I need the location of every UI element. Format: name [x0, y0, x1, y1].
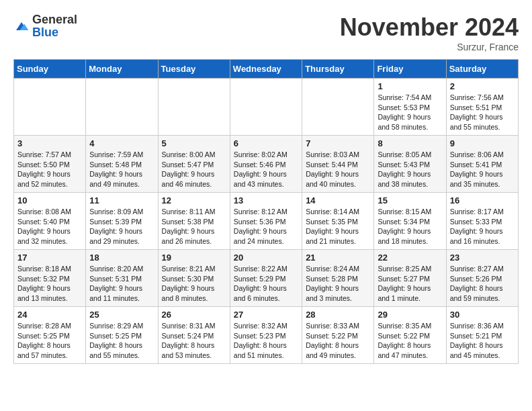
day-header-thursday: Thursday: [302, 60, 374, 79]
title-area: November 2024 Surzur, France: [340, 13, 519, 52]
day-number: 21: [306, 253, 370, 263]
day-info: Sunrise: 8:06 AM Sunset: 5:41 PM Dayligh…: [450, 150, 515, 189]
day-number: 20: [234, 253, 298, 263]
day-header-sunday: Sunday: [14, 60, 86, 79]
calendar-cell: [14, 79, 86, 136]
day-number: 3: [17, 138, 82, 148]
calendar-cell: 16Sunrise: 8:17 AM Sunset: 5:33 PM Dayli…: [446, 193, 518, 250]
logo: General Blue: [13, 13, 77, 39]
calendar-cell: 12Sunrise: 8:11 AM Sunset: 5:38 PM Dayli…: [158, 193, 230, 250]
calendar-cell: 23Sunrise: 8:27 AM Sunset: 5:26 PM Dayli…: [446, 250, 518, 307]
day-info: Sunrise: 8:35 AM Sunset: 5:22 PM Dayligh…: [378, 321, 442, 361]
calendar-cell: 28Sunrise: 8:33 AM Sunset: 5:22 PM Dayli…: [302, 307, 374, 364]
day-number: 23: [450, 253, 515, 263]
calendar-cell: 22Sunrise: 8:25 AM Sunset: 5:27 PM Dayli…: [374, 250, 446, 307]
subtitle: Surzur, France: [340, 42, 519, 52]
calendar-cell: 20Sunrise: 8:22 AM Sunset: 5:29 PM Dayli…: [230, 250, 302, 307]
day-number: 13: [234, 195, 298, 205]
day-info: Sunrise: 8:05 AM Sunset: 5:43 PM Dayligh…: [378, 150, 442, 189]
day-info: Sunrise: 8:32 AM Sunset: 5:23 PM Dayligh…: [234, 321, 298, 361]
logo-text: General Blue: [32, 13, 77, 39]
day-number: 26: [162, 310, 226, 320]
day-info: Sunrise: 7:59 AM Sunset: 5:48 PM Dayligh…: [89, 150, 154, 189]
day-number: 16: [450, 195, 515, 205]
day-info: Sunrise: 8:14 AM Sunset: 5:35 PM Dayligh…: [306, 207, 370, 246]
calendar-cell: [158, 79, 230, 136]
day-info: Sunrise: 8:15 AM Sunset: 5:34 PM Dayligh…: [378, 207, 442, 246]
day-header-friday: Friday: [374, 60, 446, 79]
day-info: Sunrise: 8:00 AM Sunset: 5:47 PM Dayligh…: [162, 150, 226, 189]
day-number: 11: [89, 195, 154, 205]
day-number: 2: [450, 81, 515, 91]
calendar-cell: 15Sunrise: 8:15 AM Sunset: 5:34 PM Dayli…: [374, 193, 446, 250]
calendar-cell: 1Sunrise: 7:54 AM Sunset: 5:53 PM Daylig…: [374, 79, 446, 136]
day-number: 25: [89, 310, 154, 320]
day-info: Sunrise: 7:56 AM Sunset: 5:51 PM Dayligh…: [450, 93, 515, 132]
day-info: Sunrise: 8:25 AM Sunset: 5:27 PM Dayligh…: [378, 264, 442, 304]
calendar-cell: 29Sunrise: 8:35 AM Sunset: 5:22 PM Dayli…: [374, 307, 446, 364]
day-info: Sunrise: 8:09 AM Sunset: 5:39 PM Dayligh…: [89, 207, 154, 246]
day-header-saturday: Saturday: [446, 60, 518, 79]
day-number: 30: [450, 310, 515, 320]
day-number: 6: [234, 138, 298, 148]
calendar-week-2: 3Sunrise: 7:57 AM Sunset: 5:50 PM Daylig…: [14, 136, 519, 193]
logo-blue: Blue: [32, 26, 58, 39]
calendar-cell: 27Sunrise: 8:32 AM Sunset: 5:23 PM Dayli…: [230, 307, 302, 364]
day-info: Sunrise: 8:08 AM Sunset: 5:40 PM Dayligh…: [17, 207, 82, 246]
calendar-week-3: 10Sunrise: 8:08 AM Sunset: 5:40 PM Dayli…: [14, 193, 519, 250]
logo-icon: [13, 19, 30, 33]
day-info: Sunrise: 8:11 AM Sunset: 5:38 PM Dayligh…: [162, 207, 226, 246]
day-number: 14: [306, 195, 370, 205]
header: General Blue November 2024 Surzur, Franc…: [13, 13, 519, 52]
day-info: Sunrise: 7:54 AM Sunset: 5:53 PM Dayligh…: [378, 93, 442, 132]
calendar-cell: 14Sunrise: 8:14 AM Sunset: 5:35 PM Dayli…: [302, 193, 374, 250]
day-info: Sunrise: 8:29 AM Sunset: 5:25 PM Dayligh…: [89, 321, 154, 361]
day-info: Sunrise: 8:02 AM Sunset: 5:46 PM Dayligh…: [234, 150, 298, 189]
calendar-cell: 7Sunrise: 8:03 AM Sunset: 5:44 PM Daylig…: [302, 136, 374, 193]
calendar-cell: 9Sunrise: 8:06 AM Sunset: 5:41 PM Daylig…: [446, 136, 518, 193]
day-number: 1: [378, 81, 442, 91]
calendar-cell: 3Sunrise: 7:57 AM Sunset: 5:50 PM Daylig…: [14, 136, 86, 193]
day-info: Sunrise: 8:36 AM Sunset: 5:21 PM Dayligh…: [450, 321, 515, 361]
calendar-cell: 25Sunrise: 8:29 AM Sunset: 5:25 PM Dayli…: [86, 307, 158, 364]
calendar-header-row: SundayMondayTuesdayWednesdayThursdayFrid…: [14, 60, 519, 79]
calendar-cell: 21Sunrise: 8:24 AM Sunset: 5:28 PM Dayli…: [302, 250, 374, 307]
day-info: Sunrise: 8:18 AM Sunset: 5:32 PM Dayligh…: [17, 264, 82, 304]
calendar-cell: 24Sunrise: 8:28 AM Sunset: 5:25 PM Dayli…: [14, 307, 86, 364]
day-number: 27: [234, 310, 298, 320]
calendar-cell: 10Sunrise: 8:08 AM Sunset: 5:40 PM Dayli…: [14, 193, 86, 250]
day-header-monday: Monday: [86, 60, 158, 79]
day-info: Sunrise: 8:20 AM Sunset: 5:31 PM Dayligh…: [89, 264, 154, 304]
calendar-table: SundayMondayTuesdayWednesdayThursdayFrid…: [13, 59, 519, 364]
day-info: Sunrise: 8:03 AM Sunset: 5:44 PM Dayligh…: [306, 150, 370, 189]
calendar-cell: 6Sunrise: 8:02 AM Sunset: 5:46 PM Daylig…: [230, 136, 302, 193]
day-info: Sunrise: 8:28 AM Sunset: 5:25 PM Dayligh…: [17, 321, 82, 361]
calendar-cell: 17Sunrise: 8:18 AM Sunset: 5:32 PM Dayli…: [14, 250, 86, 307]
day-info: Sunrise: 8:22 AM Sunset: 5:29 PM Dayligh…: [234, 264, 298, 304]
day-number: 18: [89, 253, 154, 263]
day-number: 29: [378, 310, 442, 320]
calendar-cell: 18Sunrise: 8:20 AM Sunset: 5:31 PM Dayli…: [86, 250, 158, 307]
calendar-cell: [230, 79, 302, 136]
calendar-cell: 5Sunrise: 8:00 AM Sunset: 5:47 PM Daylig…: [158, 136, 230, 193]
day-info: Sunrise: 8:27 AM Sunset: 5:26 PM Dayligh…: [450, 264, 515, 304]
calendar-cell: 2Sunrise: 7:56 AM Sunset: 5:51 PM Daylig…: [446, 79, 518, 136]
day-number: 9: [450, 138, 515, 148]
calendar-cell: 19Sunrise: 8:21 AM Sunset: 5:30 PM Dayli…: [158, 250, 230, 307]
day-number: 19: [162, 253, 226, 263]
calendar-cell: 26Sunrise: 8:31 AM Sunset: 5:24 PM Dayli…: [158, 307, 230, 364]
day-number: 4: [89, 138, 154, 148]
calendar-cell: 11Sunrise: 8:09 AM Sunset: 5:39 PM Dayli…: [86, 193, 158, 250]
day-info: Sunrise: 8:24 AM Sunset: 5:28 PM Dayligh…: [306, 264, 370, 304]
day-header-tuesday: Tuesday: [158, 60, 230, 79]
day-info: Sunrise: 8:31 AM Sunset: 5:24 PM Dayligh…: [162, 321, 226, 361]
day-number: 5: [162, 138, 226, 148]
calendar-cell: [86, 79, 158, 136]
calendar-cell: 4Sunrise: 7:59 AM Sunset: 5:48 PM Daylig…: [86, 136, 158, 193]
day-number: 24: [17, 310, 82, 320]
day-number: 8: [378, 138, 442, 148]
day-info: Sunrise: 7:57 AM Sunset: 5:50 PM Dayligh…: [17, 150, 82, 189]
day-number: 22: [378, 253, 442, 263]
day-number: 15: [378, 195, 442, 205]
month-title: November 2024: [340, 13, 519, 42]
